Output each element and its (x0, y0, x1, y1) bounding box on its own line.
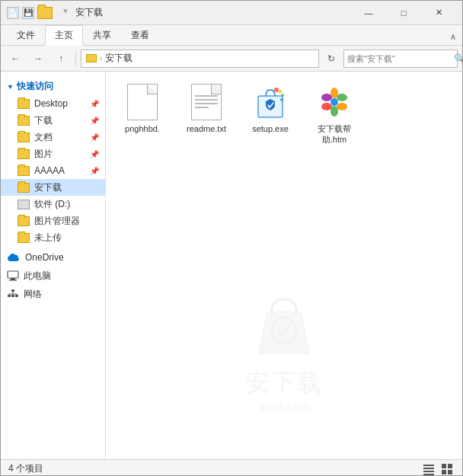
this-pc-label: 此电脑 (24, 270, 51, 283)
up-button[interactable]: ↑ (51, 49, 71, 69)
svg-point-19 (337, 94, 347, 101)
title-bar-icons: 📄 💾 ▼ (7, 7, 69, 19)
svg-point-13 (274, 88, 279, 92)
sidebar-item-not-uploaded[interactable]: 未上传 (1, 229, 105, 246)
tab-view[interactable]: 查看 (121, 25, 159, 45)
file-name-readme: readme.txt (187, 123, 226, 134)
pic-manager-folder-icon (18, 216, 30, 226)
detail-view-button[interactable] (439, 462, 455, 477)
network-icon (7, 289, 19, 299)
sidebar-item-label: AAAAA (34, 165, 65, 176)
forward-button[interactable]: → (28, 49, 48, 69)
documents-folder-icon (18, 133, 30, 142)
svg-rect-5 (11, 295, 14, 297)
sidebar-network[interactable]: 网络 (1, 286, 105, 302)
watermark-text: 安下载 (242, 366, 326, 400)
sidebar-item-label: 文档 (34, 131, 53, 144)
address-bar[interactable]: › 安下载 (81, 50, 319, 68)
ribbon: 文件 主页 共享 查看 ∧ (1, 25, 462, 46)
dropdown-arrow[interactable]: ▼ (62, 7, 69, 19)
save-icon: 💾 (22, 7, 34, 19)
txt-lines (195, 95, 218, 110)
downloads-folder-icon (18, 116, 30, 126)
sidebar-item-downloads[interactable]: 下载 📌 (1, 112, 105, 129)
sidebar-quick-access-header[interactable]: ▼ 快速访问 (1, 78, 105, 95)
pictures-folder-icon (18, 149, 30, 159)
svg-rect-4 (8, 295, 11, 297)
svg-rect-6 (15, 295, 18, 297)
sidebar-item-drive-d[interactable]: 软件 (D:) (1, 196, 105, 212)
folder-icon (37, 7, 53, 19)
svg-rect-30 (448, 464, 452, 468)
svg-rect-31 (442, 470, 446, 474)
sidebar-item-desktop[interactable]: Desktop 📌 (1, 95, 105, 112)
search-input[interactable] (347, 54, 452, 63)
svg-rect-1 (11, 278, 15, 280)
svg-point-23 (321, 94, 332, 101)
svg-point-11 (272, 318, 297, 343)
status-right (421, 462, 455, 477)
back-button[interactable]: ← (5, 49, 25, 69)
file-name-anxz-htm: 安下载帮助.htm (308, 123, 360, 145)
not-uploaded-folder-icon (18, 233, 30, 243)
window-title: 安下载 (75, 6, 351, 19)
tab-file[interactable]: 文件 (7, 25, 45, 45)
search-box[interactable]: 🔍 (343, 50, 458, 68)
maximize-button[interactable]: □ (386, 1, 421, 25)
list-view-button[interactable] (421, 462, 436, 477)
svg-point-24 (330, 98, 338, 106)
sidebar-item-documents[interactable]: 文档 📌 (1, 129, 105, 145)
downloads-pin-icon: 📌 (90, 117, 99, 125)
search-icon[interactable]: 🔍 (454, 53, 463, 64)
tab-share[interactable]: 共享 (83, 25, 121, 45)
addr-folder-icon (86, 54, 97, 62)
sidebar-item-aaaaa[interactable]: AAAAA 📌 (1, 162, 105, 179)
file-item-readme[interactable]: readme.txt (177, 79, 235, 150)
aaaaa-pin-icon: 📌 (90, 167, 99, 175)
htm-file-icon (319, 84, 350, 120)
item-count: 4 个项目 (8, 462, 43, 475)
sidebar-item-pic-manager[interactable]: 图片管理器 (1, 212, 105, 229)
documents-pin-icon: 📌 (90, 133, 99, 142)
nav-bar: ← → ↑ › 安下载 ↻ 🔍 (1, 46, 462, 72)
svg-rect-29 (442, 464, 446, 468)
title-controls: — □ ✕ (351, 1, 456, 25)
svg-rect-27 (423, 471, 434, 472)
sidebar-onedrive[interactable]: OneDrive (1, 249, 105, 266)
minimize-button[interactable]: — (351, 1, 386, 25)
close-button[interactable]: ✕ (421, 1, 456, 25)
svg-rect-28 (423, 474, 434, 475)
txt-line-4 (195, 107, 209, 108)
sidebar-item-label: 下载 (34, 114, 53, 127)
onedrive-label: OneDrive (25, 252, 64, 263)
quick-access-label: 快速访问 (17, 80, 53, 93)
watermark-icon (242, 283, 326, 366)
refresh-button[interactable]: ↻ (322, 50, 340, 68)
ribbon-expand-btn[interactable]: ∧ (450, 32, 456, 45)
sidebar-item-pictures[interactable]: 图片 📌 (1, 145, 105, 162)
onedrive-icon (7, 253, 21, 263)
file-item-anxz-htm[interactable]: 安下载帮助.htm (305, 79, 363, 150)
svg-rect-0 (8, 271, 18, 278)
svg-rect-3 (11, 289, 14, 292)
svg-rect-2 (9, 280, 17, 281)
sidebar-this-pc[interactable]: 此电脑 (1, 267, 105, 284)
pictures-pin-icon: 📌 (90, 150, 99, 158)
file-name-setup: setup.exe (252, 123, 289, 134)
file-item-pnghhbd[interactable]: pnghhbd. (113, 79, 171, 150)
this-pc-icon (7, 270, 19, 281)
address-chevron: › (100, 54, 102, 62)
drive-d-icon (18, 200, 30, 209)
blank-file-icon (127, 84, 158, 120)
file-item-setup[interactable]: setup.exe (241, 79, 299, 150)
sidebar-item-anxz[interactable]: 安下载 (1, 179, 105, 196)
svg-rect-32 (448, 470, 452, 474)
sidebar-item-label: 图片 (34, 148, 53, 161)
desktop-folder-icon (18, 99, 30, 109)
sidebar-item-label: Desktop (34, 98, 68, 109)
svg-point-20 (337, 103, 347, 110)
address-text: 安下载 (105, 52, 133, 65)
aaaaa-folder-icon (18, 166, 30, 176)
watermark-url: anxz.com (242, 400, 326, 414)
tab-home[interactable]: 主页 (45, 25, 83, 46)
